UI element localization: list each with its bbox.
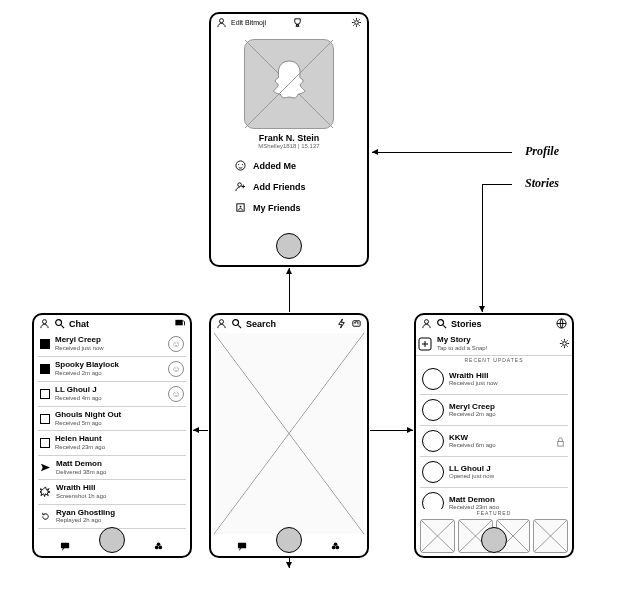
story-name: Meryl Creep [449,403,566,412]
new-chat-icon[interactable] [174,318,185,329]
lock-icon [555,436,566,447]
shutter-button[interactable] [276,233,302,259]
story-row[interactable]: Wraith HillReceived just now [420,364,568,395]
bitmoji-icon[interactable] [39,318,50,329]
chat-name: LL Ghoul J [55,386,163,395]
svg-point-2 [236,161,245,170]
chat-row[interactable]: Helen HauntReceived 23m ago [38,431,186,455]
connector [482,184,512,185]
shutter-button[interactable] [99,527,125,553]
profile-screen: Edit Bitmoji Frank N. Stein MShelley1818… [209,12,369,267]
shutter-button[interactable] [481,527,507,553]
flash-icon[interactable] [336,318,347,329]
bitmoji-icon[interactable] [216,318,227,329]
connector [482,184,483,312]
svg-rect-18 [238,543,246,549]
flip-camera-icon[interactable] [351,318,362,329]
add-friend-icon [235,181,246,192]
chat-row[interactable]: LL Ghoul JReceived 4m ago☺ [38,382,186,407]
bitmoji-icon[interactable] [421,318,432,329]
svg-point-3 [238,164,239,165]
story-name: KKW [449,434,550,443]
nav-chat-icon[interactable] [60,541,71,552]
chat-name: Spooky Blaylock [55,361,163,370]
story-sub: Received 6m ago [449,442,550,449]
story-row[interactable]: Matt DemonReceived 23m ago [420,488,568,509]
snap-received-icon [40,364,50,374]
story-row[interactable]: KKWReceived 6m ago [420,426,568,457]
story-sub: Received 23m ago [449,504,566,509]
smile-icon: ☺ [168,386,184,402]
search-icon[interactable] [231,318,242,329]
svg-point-4 [242,164,243,165]
svg-point-13 [159,546,163,550]
smile-icon [235,160,246,171]
chat-name: Helen Haunt [55,435,184,444]
snap-received-icon [40,339,50,349]
story-name: LL Ghoul J [449,465,566,474]
profile-sub: MShelley1818 | 15,127 [211,143,367,149]
chat-row[interactable]: Ryan GhostlingReplayed 2h ago [38,505,186,529]
chat-row[interactable]: Meryl CreepReceived just now☺ [38,332,186,357]
connector [289,268,290,312]
add-story-icon [418,337,432,351]
ghost-icon [266,58,312,108]
nav-chat-icon[interactable] [237,541,248,552]
snap-received-outline-icon [40,389,50,399]
gear-icon[interactable] [559,338,570,349]
story-sub: Received 2m ago [449,411,566,418]
connector [289,558,290,568]
my-story-row[interactable]: My StoryTap to add a Snap! [416,332,572,356]
my-friends-row[interactable]: My Friends [211,197,367,218]
arrow-down-icon [479,306,485,312]
smile-icon: ☺ [168,336,184,352]
chat-row[interactable]: Wraith HillScreenshot 1h ago [38,480,186,504]
story-circle-icon [422,430,444,452]
chat-name: Matt Demon [56,460,184,469]
story-row[interactable]: LL Ghoul JOpened just now [420,457,568,488]
nav-friends-icon[interactable] [330,541,341,552]
nav-friends-icon[interactable] [153,541,164,552]
chat-row[interactable]: Matt DemonDelivered 38m ago [38,456,186,480]
story-sub: Opened just now [449,473,566,480]
edit-bitmoji-label[interactable]: Edit Bitmoji [231,19,266,26]
stories-screen: Stories My StoryTap to add a Snap! RECEN… [414,313,574,558]
chat-row[interactable]: Spooky BlaylockReceived 2m ago☺ [38,357,186,382]
svg-point-19 [332,546,336,550]
snap-sent-icon [40,462,51,473]
search-title: Search [246,319,276,329]
discover-icon[interactable] [556,318,567,329]
stories-label: Stories [525,176,559,191]
search-icon[interactable] [436,318,447,329]
bitmoji-icon[interactable] [216,17,227,28]
svg-point-26 [563,342,567,346]
chat-sub: Received 23m ago [55,444,184,451]
trophy-icon[interactable] [292,17,303,28]
svg-rect-11 [61,543,69,549]
arrow-up-icon [286,268,292,274]
search-icon[interactable] [54,318,65,329]
featured-tile[interactable] [533,519,568,553]
chat-sub: Received 2m ago [55,370,163,377]
featured-tile[interactable] [420,519,455,553]
profile-name: Frank N. Stein [211,133,367,143]
svg-point-5 [238,183,242,187]
stories-title: Stories [451,319,482,329]
connector [372,152,512,153]
arrow-right-icon [407,427,413,433]
chat-row[interactable]: Ghouls Night OutReceived 5m ago [38,407,186,431]
profile-label: Profile [525,144,559,159]
story-row[interactable]: Meryl CreepReceived 2m ago [420,395,568,426]
add-friends-row[interactable]: Add Friends [211,176,367,197]
svg-point-14 [157,542,161,546]
svg-point-1 [355,21,359,25]
svg-point-9 [56,320,62,326]
added-me-row[interactable]: Added Me [211,155,367,176]
chat-title: Chat [69,319,89,329]
snapcode[interactable] [244,39,334,129]
svg-point-23 [438,320,444,326]
shutter-button[interactable] [276,527,302,553]
gear-icon[interactable] [351,17,362,28]
viewfinder[interactable] [214,333,364,534]
smile-icon: ☺ [168,361,184,377]
